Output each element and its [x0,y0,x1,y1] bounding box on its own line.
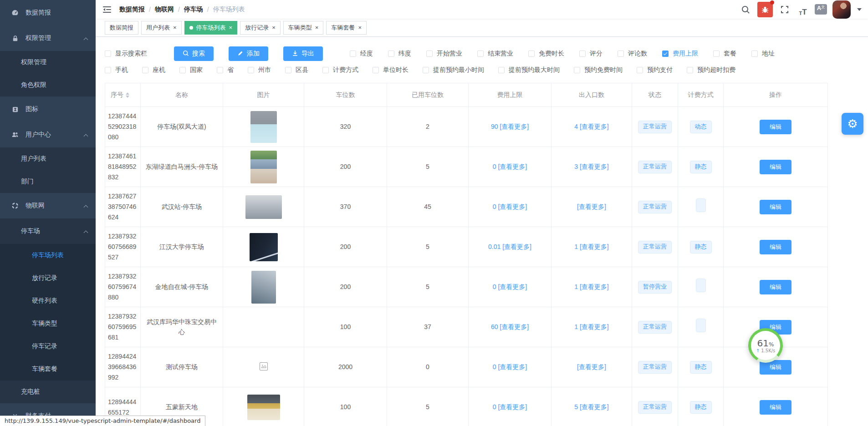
view-more-link[interactable]: 90 [查看更多] [491,123,529,130]
filter-checkbox-row2-11[interactable]: 预约支付 [637,66,673,74]
view-more-link[interactable]: 5 [查看更多] [574,403,608,411]
view-more-link[interactable]: 1 [查看更多] [574,323,608,330]
filter-checkbox-row1-2[interactable]: 开始营业 [426,50,462,58]
edit-button[interactable]: 编辑 [760,160,791,174]
search-icon[interactable] [739,3,752,16]
view-more-link[interactable]: 0 [查看更多] [493,403,527,411]
checkbox-box-icon [713,51,720,57]
edit-button[interactable]: 编辑 [760,280,791,294]
cell-name: 武汉库玛华中珠宝交易中心 [141,307,223,347]
filter-checkbox-row2-0[interactable]: 手机 [105,66,128,74]
tab-close-icon[interactable]: × [358,25,362,30]
sidebar-item-iot[interactable]: 物联网 [0,193,96,218]
edit-button[interactable]: 编辑 [760,120,791,134]
sidebar-item-parking[interactable]: 停车场 [0,218,96,244]
filter-checkbox-row2-2[interactable]: 国家 [179,66,203,74]
sidebar-item-charging-pile[interactable]: 充电桩 [0,380,96,403]
filter-checkbox-row1-3[interactable]: 结束营业 [477,50,513,58]
filter-checkbox-row1-7[interactable]: 费用上限 [662,50,698,58]
settings-gear-button[interactable]: ⚙ [842,113,863,135]
sidebar-item-role-permission[interactable]: 角色权限 [0,74,96,96]
filter-checkbox-row2-9[interactable]: 提前预约最大时间 [498,66,560,74]
sidebar-item-hardware-list[interactable]: 硬件列表 [0,289,96,312]
filter-checkbox-row1-8[interactable]: 套餐 [713,50,736,58]
breadcrumb-item[interactable]: 物联网 [155,5,174,14]
cell-gates: 1 [查看更多] [551,227,632,267]
font-size-icon[interactable]: TT [797,3,809,16]
fullscreen-icon[interactable] [778,3,791,16]
filter-checkbox-row2-3[interactable]: 省 [217,66,234,74]
filter-checkbox-row2-12[interactable]: 预约超时扣费 [687,66,735,74]
tab-4[interactable]: 放行记录× [240,21,281,35]
tab-close-icon[interactable]: × [315,25,319,30]
sidebar-item-permission-management[interactable]: 权限管理 [0,51,96,74]
sidebar-item-parking-list[interactable]: 停车场列表 [0,244,96,267]
sidebar-item-dashboard[interactable]: 数据简报 [0,0,96,25]
view-more-link[interactable]: 3 [查看更多] [574,163,608,170]
view-more-link[interactable]: 0 [查看更多] [493,283,527,290]
filter-checkbox-row2-7[interactable]: 单位时长 [373,66,408,74]
view-more-link[interactable]: 0 [查看更多] [493,363,527,370]
tab-1[interactable]: 数据简报 [105,21,138,35]
view-more-link[interactable]: [查看更多] [577,363,606,370]
sidebar-item-department[interactable]: 部门 [0,170,96,193]
view-more-link[interactable]: 0 [查看更多] [493,163,527,170]
filter-checkbox-show-search[interactable]: 显示搜索栏 [105,50,147,58]
filter-row-2: 手机座机国家省州市区县计费方式单位时长提前预约最小时间提前预约最大时间预约免费时… [105,66,828,74]
sidebar-toggle-icon[interactable] [102,5,112,15]
tab-label: 车辆类型 [288,24,312,32]
tab-close-icon[interactable]: × [173,25,177,30]
spaces-value: 200 [340,243,351,250]
filter-checkbox-row2-4[interactable]: 州市 [248,66,271,74]
tab-5[interactable]: 车辆类型× [283,21,324,35]
sidebar-item-parking-records[interactable]: 停车记录 [0,335,96,358]
tab-close-icon[interactable]: × [229,25,233,30]
filter-checkbox-row2-5[interactable]: 区县 [285,66,308,74]
filter-checkbox-row2-10[interactable]: 预约免费时间 [574,66,623,74]
view-more-link[interactable]: 1 [查看更多] [574,283,608,290]
edit-button[interactable]: 编辑 [760,400,791,415]
user-avatar[interactable] [832,0,851,19]
filter-checkbox-row1-6[interactable]: 评论数 [618,50,647,58]
view-more-link[interactable]: 60 [查看更多] [491,323,529,330]
tab-3[interactable]: 停车场列表× [184,21,238,35]
toolbar-search-button[interactable]: 搜索 [174,46,214,61]
sidebar-item-pass-records[interactable]: 放行记录 [0,267,96,289]
sidebar-item-permission-group[interactable]: 权限管理 [0,25,96,51]
tab-2[interactable]: 用户列表× [141,21,182,35]
sidebar-item-user-center[interactable]: 用户中心 [0,122,96,147]
edit-button[interactable]: 编辑 [760,240,791,254]
filter-checkbox-row1-0[interactable]: 经度 [350,50,373,58]
view-more-link[interactable]: 4 [查看更多] [574,123,608,130]
edit-button[interactable]: 编辑 [760,200,791,214]
filter-checkbox-row2-6[interactable]: 计费方式 [322,66,358,74]
view-more-link[interactable]: 0.01 [查看更多] [488,243,531,250]
view-more-link[interactable]: [查看更多] [577,203,606,210]
filter-checkbox-row1-9[interactable]: 地址 [751,50,775,58]
sidebar-item-vehicle-package[interactable]: 车辆套餐 [0,358,96,380]
sidebar-item-icons[interactable]: 图标 [0,96,96,122]
cell-used: 37 [387,307,469,347]
breadcrumb-item[interactable]: 停车场 [184,5,203,14]
sidebar-item-vehicle-type[interactable]: 车辆类型 [0,312,96,335]
filter-checkbox-row1-5[interactable]: 评分 [579,50,602,58]
breadcrumb-item[interactable]: 数据简报 [119,5,145,14]
toolbar-add-button[interactable]: 添加 [229,46,268,61]
filter-checkbox-row1-1[interactable]: 纬度 [388,50,411,58]
view-more-link[interactable]: 0 [查看更多] [493,203,527,210]
translate-icon[interactable]: A文 [815,4,827,15]
checkbox-label: 评论数 [628,50,647,58]
tab-6[interactable]: 车辆套餐× [326,21,367,35]
view-more-link[interactable]: 1 [查看更多] [574,243,608,250]
parking-id: 1289442439668436992 [108,353,136,381]
sort-carets-icon[interactable] [126,92,129,98]
tab-close-icon[interactable]: × [272,25,276,30]
parking-id: 1238744452902318080 [108,112,136,141]
filter-checkbox-row2-8[interactable]: 提前预约最小时间 [423,66,484,74]
sidebar-item-user-list[interactable]: 用户列表 [0,147,96,170]
caret-down-icon[interactable] [857,8,862,11]
toolbar-export-button[interactable]: 导出 [283,46,323,61]
filter-checkbox-row2-1[interactable]: 座机 [142,66,165,74]
filter-checkbox-row1-4[interactable]: 免费时长 [528,50,564,58]
bug-report-icon[interactable] [757,2,773,17]
